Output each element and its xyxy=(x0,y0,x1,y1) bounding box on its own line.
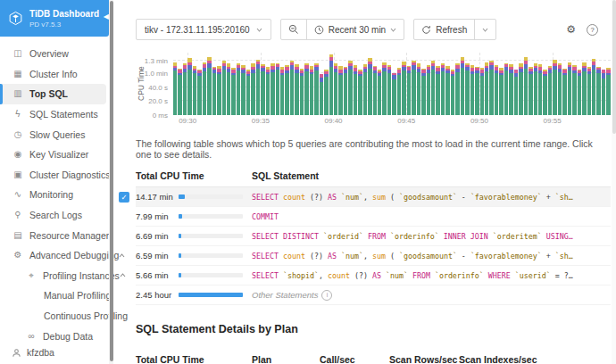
stacked-bar[interactable] xyxy=(187,53,191,115)
stacked-bar[interactable] xyxy=(470,53,474,115)
stacked-bar[interactable] xyxy=(212,53,216,115)
stacked-bar[interactable] xyxy=(358,53,362,115)
stacked-bar[interactable] xyxy=(519,53,522,115)
stacked-bar[interactable] xyxy=(480,53,484,115)
stacked-bar[interactable] xyxy=(524,53,528,115)
stacked-bar[interactable] xyxy=(217,53,221,115)
stacked-bar[interactable] xyxy=(280,53,284,115)
stacked-bar[interactable] xyxy=(295,53,298,115)
stacked-bar[interactable] xyxy=(203,53,206,115)
instance-select[interactable]: tikv - 172.31.11.195:20160 xyxy=(136,19,271,40)
table-row[interactable]: 6.69 minSELECT DISTINCT `orderid` FROM `… xyxy=(136,227,611,246)
stacked-bar[interactable] xyxy=(290,53,294,115)
stacked-bar[interactable] xyxy=(266,53,270,115)
main-scrollbar-thumb[interactable] xyxy=(612,0,616,134)
stacked-bar[interactable] xyxy=(320,53,323,115)
stacked-bar[interactable] xyxy=(348,53,352,115)
stacked-bar[interactable] xyxy=(334,53,337,115)
stacked-bar[interactable] xyxy=(256,53,260,115)
stacked-bar[interactable] xyxy=(237,53,240,115)
stacked-bar[interactable] xyxy=(548,53,552,115)
stacked-bar[interactable] xyxy=(485,53,488,115)
stacked-bar[interactable] xyxy=(241,53,245,115)
stacked-bar[interactable] xyxy=(227,53,230,115)
main-scrollbar[interactable] xyxy=(612,0,616,364)
stacked-bar[interactable] xyxy=(373,53,377,115)
stacked-bar[interactable] xyxy=(596,53,600,115)
stacked-bar[interactable] xyxy=(222,53,226,115)
table-row[interactable]: 7.99 minCOMMIT xyxy=(136,207,611,227)
sidebar-item-resource-manager[interactable]: ▤Resource Manager xyxy=(0,225,113,245)
stacked-bar[interactable] xyxy=(310,53,313,115)
stacked-bar[interactable] xyxy=(543,53,546,115)
stacked-bar[interactable] xyxy=(509,53,512,115)
sidebar-item-slow-queries[interactable]: ◷Slow Queries xyxy=(0,124,113,145)
stacked-bar[interactable] xyxy=(606,53,610,115)
stacked-bar[interactable] xyxy=(407,53,411,115)
stacked-bar[interactable] xyxy=(329,53,333,115)
sidebar-item-cluster-info[interactable]: ▦Cluster Info xyxy=(0,64,113,85)
sidebar-item-profiling-instances[interactable]: ⌖Profiling Instances xyxy=(0,266,113,286)
stacked-bar[interactable] xyxy=(261,53,264,115)
help-icon[interactable]: ? xyxy=(587,24,598,36)
stacked-bar[interactable] xyxy=(178,53,181,115)
stacked-bar[interactable] xyxy=(354,53,357,115)
stacked-bar[interactable] xyxy=(455,53,459,115)
stacked-bar[interactable] xyxy=(197,53,201,115)
stacked-bar[interactable] xyxy=(368,53,371,115)
stacked-bar[interactable] xyxy=(499,53,503,115)
stacked-bar[interactable] xyxy=(173,53,177,115)
stacked-bar[interactable] xyxy=(276,53,279,115)
stacked-bar[interactable] xyxy=(592,53,595,115)
stacked-bar[interactable] xyxy=(207,53,211,115)
info-icon[interactable]: i xyxy=(321,290,332,301)
table-row[interactable]: 2.45 hourOther Statementsi xyxy=(136,285,611,305)
stacked-bar[interactable] xyxy=(465,53,469,115)
stacked-bar[interactable] xyxy=(338,53,342,115)
stacked-bar[interactable] xyxy=(602,53,605,115)
stacked-bar[interactable] xyxy=(378,53,381,115)
stacked-bar[interactable] xyxy=(534,53,537,115)
stacked-bar[interactable] xyxy=(231,53,235,115)
stacked-bar[interactable] xyxy=(445,53,449,115)
stacked-bar[interactable] xyxy=(285,53,288,115)
stacked-bar[interactable] xyxy=(183,53,187,115)
stacked-bar[interactable] xyxy=(495,53,498,115)
stacked-bar[interactable] xyxy=(441,53,445,115)
stacked-bar[interactable] xyxy=(558,53,562,115)
sidebar-item-cluster-diagnostics[interactable]: ▣Cluster Diagnostics xyxy=(0,165,113,186)
cpu-time-chart[interactable]: CPU Time 0 ms20.0 s40.0 s1.0 min1.3 min xyxy=(136,53,616,115)
stacked-bar[interactable] xyxy=(475,53,479,115)
stacked-bar[interactable] xyxy=(427,53,430,115)
stacked-bar[interactable] xyxy=(582,53,586,115)
stacked-bar[interactable] xyxy=(451,53,454,115)
stacked-bar[interactable] xyxy=(314,53,318,115)
table-row[interactable]: 6.59 minSELECT count (?) AS `num`, sum (… xyxy=(136,246,611,266)
stacked-bar[interactable] xyxy=(304,53,308,115)
stacked-bar[interactable] xyxy=(514,53,518,115)
app-brand[interactable]: TiDB Dashboard PD v7.5.3 ◀ xyxy=(0,0,109,37)
stacked-bar[interactable] xyxy=(300,53,304,115)
sidebar-item-overview[interactable]: ◫Overview xyxy=(0,44,113,64)
stacked-bar[interactable] xyxy=(417,53,420,115)
stacked-bar[interactable] xyxy=(489,53,493,115)
stacked-bar[interactable] xyxy=(562,53,566,115)
stacked-bar[interactable] xyxy=(363,53,367,115)
chart-plot-area[interactable] xyxy=(173,53,611,115)
stacked-bar[interactable] xyxy=(421,53,425,115)
sidebar-scrollbar-thumb[interactable] xyxy=(110,1,113,361)
table-row[interactable]: 5.66 minSELECT `shopid`, count (?) AS `n… xyxy=(136,266,611,285)
sidebar-item-sql-statements[interactable]: ϟSQL Statements xyxy=(0,104,113,125)
stacked-bar[interactable] xyxy=(324,53,328,115)
stacked-bar[interactable] xyxy=(382,53,386,115)
stacked-bar[interactable] xyxy=(193,53,196,115)
stacked-bar[interactable] xyxy=(412,53,415,115)
stacked-bar[interactable] xyxy=(397,53,401,115)
table-row[interactable]: ✓14.17 minSELECT count (?) AS `num`, sum… xyxy=(136,187,611,207)
stacked-bar[interactable] xyxy=(251,53,254,115)
sidebar-item-advanced-debugging[interactable]: ⚙Advanced Debugging xyxy=(0,245,113,266)
refresh-button[interactable]: Refresh xyxy=(414,20,474,39)
stacked-bar[interactable] xyxy=(529,53,532,115)
stacked-bar[interactable] xyxy=(392,53,395,115)
stacked-bar[interactable] xyxy=(568,53,571,115)
